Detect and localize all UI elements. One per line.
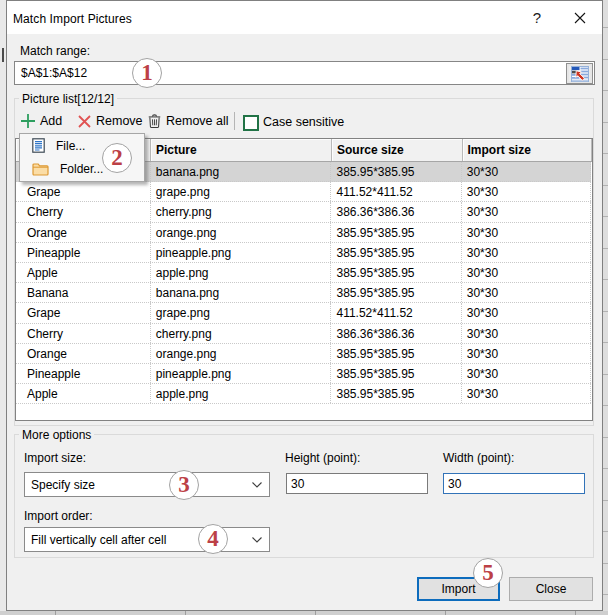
cell-source-size: 411.52*411.52: [331, 303, 461, 322]
cell-picture: apple.png: [151, 384, 332, 403]
cell-name: Apple: [16, 263, 151, 282]
gridline-tick: [445, 611, 446, 615]
cell-picture: pineapple.png: [151, 243, 332, 262]
excel-gridline: [2, 48, 4, 62]
plus-icon: [20, 113, 36, 129]
gridline-tick: [185, 611, 186, 615]
annotation-badge-5: 5: [473, 558, 503, 588]
table-row[interactable]: Pineapplepineapple.png385.95*385.9530*30: [16, 243, 591, 263]
picture-list-group-label: Picture list[12/12]: [19, 92, 117, 106]
import-order-select[interactable]: Fill vertically cell after cell: [24, 527, 270, 552]
gridline-tick: [603, 531, 608, 532]
title-bar: Match Import Pictures ?: [7, 1, 602, 34]
cell-import-size: 30*30: [462, 162, 591, 181]
annotation-badge-1: 1: [132, 58, 162, 88]
match-range-label: Match range:: [20, 44, 90, 58]
cell-import-size: 30*30: [462, 202, 591, 221]
match-range-value: $A$1:$A$12: [21, 66, 87, 80]
cell-source-size: 385.95*385.95: [331, 263, 461, 282]
annotation-badge-2: 2: [102, 143, 132, 173]
add-label: Add: [40, 114, 62, 128]
import-size-select[interactable]: Specify size: [24, 472, 270, 497]
gridline-tick: [603, 405, 608, 406]
import-order-value: Fill vertically cell after cell: [31, 533, 166, 547]
table-row[interactable]: Orangeorange.png385.95*385.9530*30: [16, 344, 591, 364]
table-row[interactable]: Grapegrape.png411.52*411.5230*30: [16, 182, 591, 202]
cell-import-size: 30*30: [462, 223, 591, 242]
case-sensitive-checkbox[interactable]: [243, 115, 259, 131]
match-import-pictures-dialog: Match Import Pictures ? Match range: $A$…: [6, 0, 603, 611]
height-input[interactable]: 30: [286, 473, 428, 494]
cell-import-size: 30*30: [462, 243, 591, 262]
table-row[interactable]: Appleapple.png385.95*385.9530*30: [16, 384, 591, 404]
more-options-group-label: More options: [19, 428, 94, 442]
table-row[interactable]: Pineapplepineapple.png385.95*385.9530*30: [16, 364, 591, 384]
badge-number: 2: [111, 145, 123, 171]
cell-import-size: 30*30: [462, 303, 591, 322]
cell-source-size: 385.95*385.95: [331, 162, 461, 181]
cell-import-size: 30*30: [462, 182, 591, 201]
table-row[interactable]: Grapegrape.png411.52*411.5230*30: [16, 303, 591, 323]
range-picker-button[interactable]: [566, 63, 593, 84]
gridline-tick: [603, 311, 608, 312]
badge-number: 4: [207, 526, 219, 552]
x-icon: [77, 114, 92, 129]
annotation-badge-4: 4: [198, 524, 228, 554]
range-picker-icon: [571, 66, 589, 82]
width-value: 30: [448, 477, 461, 491]
gridline-tick: [603, 342, 608, 343]
menu-item-label: File...: [56, 139, 85, 153]
gridline-tick: [603, 90, 608, 91]
cell-picture: orange.png: [151, 223, 332, 242]
column-header-source-size[interactable]: Source size: [332, 139, 463, 161]
height-label: Height (point):: [285, 451, 360, 465]
cell-source-size: 385.95*385.95: [331, 344, 461, 363]
help-button[interactable]: ?: [522, 1, 552, 34]
remove-button[interactable]: Remove: [77, 112, 143, 130]
cell-picture: banana.png: [151, 283, 332, 302]
column-header-import-size[interactable]: Import size: [463, 139, 593, 161]
cell-picture: cherry.png: [151, 202, 332, 221]
gridline-tick: [603, 59, 608, 60]
cell-picture: cherry.png: [151, 324, 332, 343]
cell-import-size: 30*30: [462, 344, 591, 363]
gridline-tick: [603, 563, 608, 564]
table-row[interactable]: Bananabanana.png385.95*385.9530*30: [16, 283, 591, 303]
gridline-tick: [603, 122, 608, 123]
gridline-tick: [603, 248, 608, 249]
width-input[interactable]: 30: [443, 473, 585, 494]
cell-source-size: 385.95*385.95: [331, 283, 461, 302]
cell-name: Cherry: [16, 324, 151, 343]
height-value: 30: [291, 477, 304, 491]
remove-all-button[interactable]: Remove all: [148, 112, 229, 130]
column-header-picture[interactable]: Picture: [151, 139, 332, 161]
cell-picture: grape.png: [151, 182, 332, 201]
badge-number: 1: [141, 60, 153, 86]
close-button[interactable]: [565, 1, 595, 34]
add-button[interactable]: Add: [20, 112, 62, 130]
gridline-tick: [603, 279, 608, 280]
cell-source-size: 385.95*385.95: [331, 223, 461, 242]
table-row[interactable]: Cherrycherry.png386.36*386.3630*30: [16, 202, 591, 222]
table-row[interactable]: Cherrycherry.png386.36*386.3630*30: [16, 324, 591, 344]
cell-picture: apple.png: [151, 263, 332, 282]
cell-import-size: 30*30: [462, 324, 591, 343]
cell-name: Apple: [16, 384, 151, 403]
badge-number: 3: [178, 472, 190, 498]
table-row[interactable]: Appleapple.png385.95*385.9530*30: [16, 263, 591, 283]
import-size-label: Import size:: [24, 451, 86, 465]
remove-all-label: Remove all: [166, 114, 229, 128]
table-row[interactable]: Orangeorange.png385.95*385.9530*30: [16, 223, 591, 243]
menu-item-label: Folder...: [60, 162, 103, 176]
match-range-input[interactable]: $A$1:$A$12: [14, 61, 595, 85]
cell-source-size: 385.95*385.95: [331, 364, 461, 383]
import-button-label: Import: [441, 582, 475, 596]
import-size-value: Specify size: [31, 478, 95, 492]
gridline-tick: [603, 374, 608, 375]
gridline-tick: [603, 185, 608, 186]
cell-name: Orange: [16, 344, 151, 363]
gridline-tick: [603, 27, 608, 28]
cell-import-size: 30*30: [462, 283, 591, 302]
excel-background-right: [603, 0, 608, 615]
close-dialog-button[interactable]: Close: [509, 577, 593, 601]
